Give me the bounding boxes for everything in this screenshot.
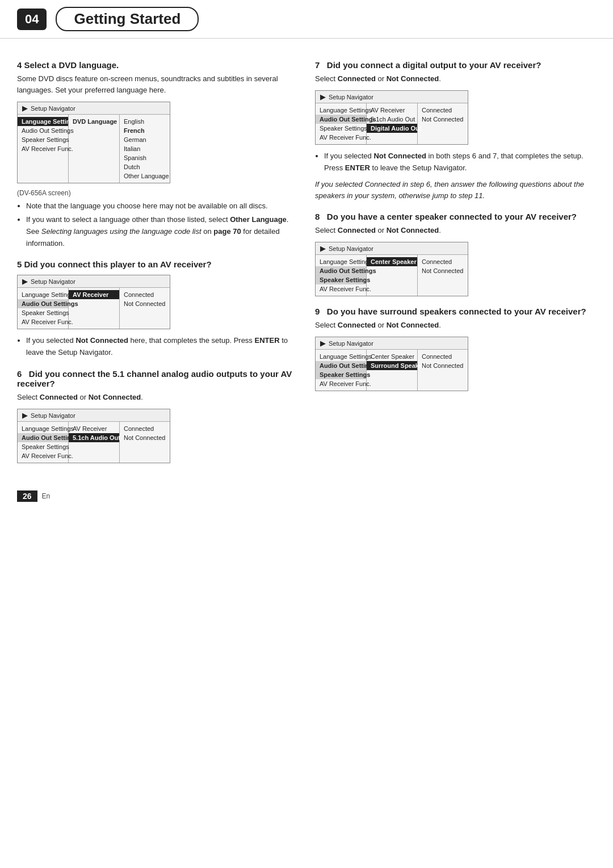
navigator-label-4: Setup Navigator [31,105,75,112]
nav-cell-lang-settings-4: Language Settings [18,117,68,126]
navigator-label-8: Setup Navigator [329,245,373,252]
navigator-label-7: Setup Navigator [329,94,373,100]
setup-nav-title-6: ▶ Setup Navigator [18,409,170,422]
nav-table-7: Language Settings Audio Out Settings Spe… [316,103,468,144]
section7-subheading: Select Connected or Not Connected. [315,73,596,85]
content-columns: 4 Select a DVD language. Some DVD discs … [0,44,613,480]
setup-nav-title-5: ▶ Setup Navigator [18,275,170,288]
section4-heading: 4 Select a DVD language. [17,60,298,70]
nav-cell-av-receiver-7: AV Receiver [367,106,417,115]
section7-bullets: If you selected Not Connected in both st… [315,150,596,174]
nav-col2-4: DVD Language [69,115,120,183]
nav-col3-7: Connected Not Connected [418,103,469,144]
left-column: 4 Select a DVD language. Some DVD discs … [17,50,298,469]
section7-italic-note: If you selected Connected in step 6, the… [315,179,596,202]
navigator-label-5: Setup Navigator [31,278,75,285]
nav-table-4: Language Settings Audio Out Settings Spe… [18,115,170,183]
nav-cell-spanish: Spanish [120,153,171,162]
page-footer: 26 En [0,486,613,506]
nav-cell-av-5: AV Receiver Func. [18,317,68,326]
nav-table-9: Language Settings Audio Out Settings Spe… [316,350,468,391]
nav-cell-german: German [120,135,171,144]
nav-col1-7: Language Settings Audio Out Settings Spe… [316,103,367,144]
setup-nav-section9: ▶ Setup Navigator Language Settings Audi… [315,337,468,391]
section9-subheading: Select Connected or Not Connected. [315,320,596,331]
nav-cell-notconnected-8: Not Connected [418,266,469,275]
nav-cell-other-lang: Other Language [120,171,171,181]
nav-cell-connected-8: Connected [418,257,469,266]
nav-cell-av-receiver-6: AV Receiver [69,424,119,433]
nav-cell-english: English [120,117,171,126]
nav-cell-notconnected-7: Not Connected [418,115,469,124]
page-header: 04 Getting Started [0,0,613,39]
nav-cell-av-9: AV Receiver Func. [316,379,366,388]
bullet-4-2: If you want to select a language other t… [26,214,298,249]
setup-nav-section8: ▶ Setup Navigator Language Settings Audi… [315,242,468,296]
nav-cell-speaker-5: Speaker Settings [18,308,68,317]
section5-bullets: If you selected Not Connected here, that… [17,335,298,359]
nav-cell-connected-9: Connected [418,352,469,361]
navigator-label-6: Setup Navigator [31,412,75,419]
nav-cell-surround-speakers-9: Surround Speakers [367,361,417,370]
right-column: 7 Did you connect a digital output to yo… [315,50,596,469]
nav-cell-speaker-6: Speaker Settings [18,442,68,451]
nav-cell-lang-9: Language Settings [316,352,366,361]
nav-col3-5: Connected Not Connected [120,288,171,329]
nav-cell-av-7: AV Receiver Func. [316,133,366,142]
nav-cell-dvd-lang-4: DVD Language [69,117,119,126]
nav-cell-french: French [120,126,171,135]
nav-cell-5ch-6: 5.1ch Audio Out [69,433,119,442]
nav-cell-speaker-9: Speaker Settings [316,370,366,379]
nav-col1-8: Language Settings Audio Out Settings Spe… [316,255,367,296]
nav-col1-4: Language Settings Audio Out Settings Spe… [18,115,69,183]
section9-heading: 9 Do you have surround speakers connecte… [315,307,596,316]
nav-col2-7: AV Receiver 5.1ch Audio Out Digital Audi… [367,103,418,144]
nav-cell-av-6: AV Receiver Func. [18,451,68,460]
nav-cell-audio-6: Audio Out Settings [18,433,68,442]
nav-cell-notconnected-6: Not Connected [120,433,171,442]
nav-cell-lang-8: Language Settings [316,257,366,266]
navigator-icon-6: ▶ [22,411,28,420]
nav-cell-audio-7: Audio Out Settings [316,115,366,124]
nav-cell-connected-7: Connected [418,106,469,115]
setup-nav-title-4: ▶ Setup Navigator [18,102,170,115]
nav-table-8: Language Settings Audio Out Settings Spe… [316,255,468,296]
nav-col3-8: Connected Not Connected [418,255,469,296]
nav-col3-4: English French German Italian Spanish Du… [120,115,171,183]
nav-cell-speaker-7: Speaker Settings [316,124,366,133]
nav-cell-audio-out-4: Audio Out Settings [18,126,68,135]
nav-cell-connected-5: Connected [120,290,171,299]
nav-col1-6: Language Settings Audio Out Settings Spe… [18,422,69,463]
page-title: Getting Started [56,7,199,31]
nav-col1-9: Language Settings Audio Out Settings Spe… [316,350,367,391]
section7-heading: 7 Did you connect a digital output to yo… [315,60,596,70]
nav-cell-av-func-4: AV Receiver Func. [18,144,68,153]
nav-cell-center-speaker-8: Center Speaker [367,257,417,266]
section6-subheading: Select Connected or Not Connected. [17,392,298,403]
nav-cell-5ch-7: 5.1ch Audio Out [367,115,417,124]
section8-subheading: Select Connected or Not Connected. [315,225,596,236]
nav-cell-lang-6: Language Settings [18,424,68,433]
nav-cell-speaker-4: Speaker Settings [18,135,68,144]
nav-cell-av-receiver-5: AV Receiver [69,290,119,299]
section5-heading: 5 Did you connect this player to an AV r… [17,259,298,269]
nav-col3-6: Connected Not Connected [120,422,171,463]
nav-cell-speaker-8: Speaker Settings [316,275,366,284]
section4-body: Some DVD discs feature on-screen menus, … [17,73,298,96]
navigator-icon-9: ▶ [320,339,326,347]
nav-cell-notconnected-9: Not Connected [418,361,469,370]
setup-nav-title-7: ▶ Setup Navigator [316,91,468,103]
navigator-icon-4: ▶ [22,104,28,112]
nav-cell-connected-6: Connected [120,424,171,433]
nav-col2-6: AV Receiver 5.1ch Audio Out [69,422,120,463]
nav-cell-notconnected-5: Not Connected [120,299,171,308]
setup-nav-section7: ▶ Setup Navigator Language Settings Audi… [315,90,468,145]
section4-bullets: Note that the language you choose here m… [17,200,298,249]
setup-nav-title-9: ▶ Setup Navigator [316,337,468,350]
nav-col2-5: AV Receiver [69,288,120,329]
navigator-icon-5: ▶ [22,277,28,286]
nav-col2-9: Center Speaker Surround Speakers [367,350,418,391]
nav-cell-dutch: Dutch [120,162,171,171]
screen-note-4: (DV-656A screen) [17,189,298,197]
nav-col2-8: Center Speaker [367,255,418,296]
